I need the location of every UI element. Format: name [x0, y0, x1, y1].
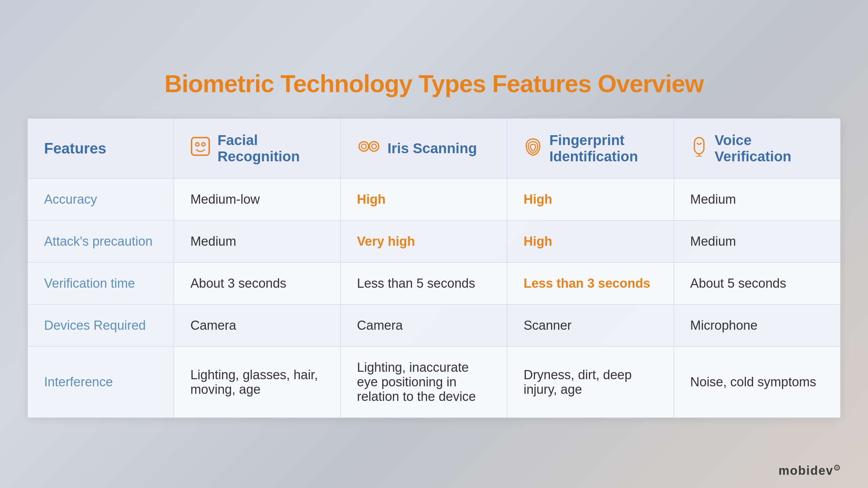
svg-rect-0: [192, 138, 209, 155]
cell-iris-1: Very high: [340, 221, 507, 263]
page-wrapper: Biometric Technology Types Features Over…: [27, 70, 841, 418]
cell-iris-2: Less than 5 seconds: [340, 263, 507, 305]
table-row: Devices RequiredCameraCameraScannerMicro…: [28, 305, 841, 347]
cell-fingerprint-4: Dryness, dirt, deep injury, age: [507, 347, 674, 418]
cell-voice-3: Microphone: [674, 305, 840, 347]
col-header-features: Features: [28, 119, 174, 179]
table-row: Attack's precautionMediumVery highHighMe…: [28, 221, 841, 263]
cell-iris-3: Camera: [340, 305, 507, 347]
table-row: InterferenceLighting, glasses, hair, mov…: [28, 347, 841, 418]
cell-iris-0: High: [340, 179, 507, 221]
cell-voice-2: About 5 seconds: [674, 263, 840, 305]
cell-facial-2: About 3 seconds: [174, 263, 340, 305]
table-row: Verification timeAbout 3 secondsLess tha…: [28, 263, 841, 305]
col-header-facial: Facial Recognition: [174, 119, 340, 179]
svg-point-3: [359, 142, 369, 151]
cell-voice-0: Medium: [674, 179, 840, 221]
cell-iris-4: Lighting, inaccurate eye positioning in …: [340, 347, 507, 418]
facial-icon: [190, 136, 211, 161]
feature-label-2: Verification time: [28, 263, 174, 305]
table-row: AccuracyMedium-lowHighHighMedium: [28, 179, 841, 221]
brand-logo: mobidev⊙: [778, 463, 841, 478]
cell-voice-4: Noise, cold symptoms: [674, 347, 840, 418]
page-title: Biometric Technology Types Features Over…: [164, 70, 704, 98]
svg-point-4: [361, 144, 366, 149]
col-header-iris: Iris Scanning: [340, 119, 507, 179]
feature-label-3: Devices Required: [28, 305, 174, 347]
cell-fingerprint-3: Scanner: [507, 305, 674, 347]
cell-fingerprint-1: High: [507, 221, 674, 263]
voice-icon: [690, 136, 708, 161]
comparison-table: Features Fa: [27, 118, 841, 418]
iris-icon: [357, 138, 381, 159]
feature-label-0: Accuracy: [28, 179, 174, 221]
comparison-table-container: Features Fa: [27, 118, 841, 418]
fingerprint-icon: [524, 136, 542, 161]
cell-voice-1: Medium: [674, 221, 840, 263]
cell-fingerprint-2: Less than 3 seconds: [507, 263, 674, 305]
svg-point-2: [202, 143, 205, 146]
cell-facial-4: Lighting, glasses, hair, moving, age: [174, 347, 340, 418]
col-header-fingerprint: Fingerprint Identification: [507, 119, 674, 179]
cell-facial-0: Medium-low: [174, 179, 340, 221]
cell-facial-1: Medium: [174, 221, 340, 263]
feature-label-1: Attack's precaution: [28, 221, 174, 263]
svg-point-5: [369, 142, 379, 151]
brand-icon: ⊙: [833, 463, 841, 472]
svg-point-1: [196, 143, 199, 146]
feature-label-4: Interference: [28, 347, 174, 418]
col-header-voice: Voice Verification: [674, 119, 840, 179]
svg-point-6: [372, 144, 376, 149]
brand-name: mobidev: [778, 464, 833, 477]
cell-fingerprint-0: High: [507, 179, 674, 221]
cell-facial-3: Camera: [174, 305, 340, 347]
